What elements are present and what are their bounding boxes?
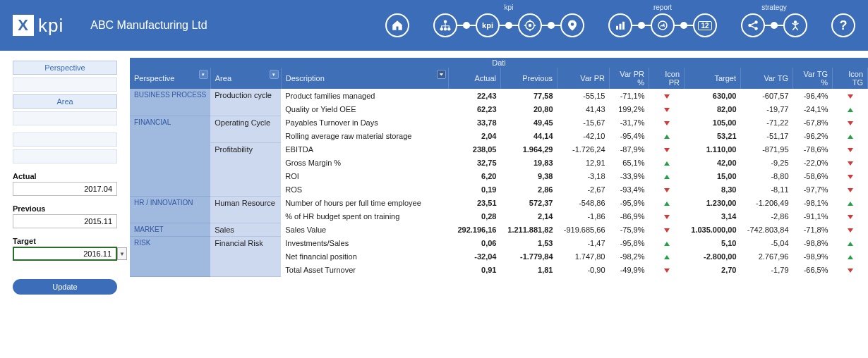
table-row: MARKETSalesSales Value292.196,161.211.88… xyxy=(130,223,868,236)
app-logo: X kpi xyxy=(13,15,64,37)
area-filter[interactable] xyxy=(13,111,117,125)
cell-var-pr: -1.726,24 xyxy=(557,142,610,156)
previous-label: Previous xyxy=(13,204,117,213)
cell-var-pr-pct: -95,4% xyxy=(610,129,649,142)
filter-icon[interactable]: ▾ xyxy=(270,70,279,79)
col-var-tg[interactable]: Var TG xyxy=(741,68,793,89)
nav-group-report: report 12 xyxy=(608,13,717,37)
col-perspective[interactable]: Perspective▾ xyxy=(130,68,210,89)
cell-var-tg: -71,22 xyxy=(741,116,793,129)
cell-var-pr-pct: -95,8% xyxy=(610,236,649,249)
cell-target: 15,00 xyxy=(685,169,741,183)
cell-description: Payables Turnover in Days xyxy=(281,116,448,129)
filter-icon[interactable]: ▾ xyxy=(199,70,208,79)
cell-target: -2.800,00 xyxy=(685,249,741,263)
header-bar: X kpi ABC Manufacturing Ltd kpi kpi r xyxy=(0,0,868,51)
svg-point-1 xyxy=(440,27,444,31)
dropdown-icon[interactable]: ▼ xyxy=(117,247,127,260)
target-button[interactable] xyxy=(518,13,542,37)
svg-point-3 xyxy=(447,27,451,31)
cell-area: Human Resource xyxy=(210,196,281,223)
svg-point-5 xyxy=(529,24,532,27)
cell-var-pr: -1,47 xyxy=(557,236,610,249)
cell-var-pr: 1.747,80 xyxy=(557,249,610,263)
calendar-button[interactable]: 12 xyxy=(693,13,717,37)
cell-area: Sales xyxy=(210,223,281,236)
share-button[interactable] xyxy=(741,13,765,37)
cell-previous: 9,38 xyxy=(501,169,557,183)
logo-text: kpi xyxy=(38,15,64,37)
cell-var-pr-pct: -93,4% xyxy=(610,183,649,196)
location-button[interactable] xyxy=(560,13,584,37)
cell-previous: 1,53 xyxy=(501,236,557,249)
col-area[interactable]: Area▾ xyxy=(210,68,281,89)
svg-point-15 xyxy=(794,20,797,24)
hierarchy-button[interactable] xyxy=(433,13,457,37)
cell-icon-tg xyxy=(833,156,868,169)
cell-icon-tg xyxy=(833,223,868,236)
cell-target: 8,30 xyxy=(685,183,741,196)
home-button[interactable] xyxy=(385,13,409,37)
person-button[interactable] xyxy=(783,13,807,37)
company-name: ABC Manufacturing Ltd xyxy=(90,19,207,32)
target-input[interactable]: 2016.11 ▼ xyxy=(13,247,117,261)
actual-input[interactable]: 2017.04 xyxy=(13,182,117,196)
cell-var-pr: 12,91 xyxy=(557,156,610,169)
cell-target: 1.035.000,00 xyxy=(685,223,741,236)
col-var-pr-pct[interactable]: Var PR % xyxy=(610,68,649,89)
extra-filter-1[interactable] xyxy=(13,132,117,147)
cell-perspective: FINANCIAL xyxy=(130,116,210,196)
cell-var-tg: -8,11 xyxy=(741,183,793,196)
cell-description: Quality or Yield OEE xyxy=(281,102,448,116)
arrow-up-icon xyxy=(848,108,853,112)
cell-var-tg: -9,25 xyxy=(741,156,793,169)
gauge-button[interactable] xyxy=(651,13,675,37)
chart-button[interactable] xyxy=(608,13,632,37)
cell-description: Net financial position xyxy=(281,249,448,263)
cell-target: 1.110,00 xyxy=(685,142,741,156)
col-icon-pr[interactable]: Icon PR xyxy=(649,68,685,89)
cell-area: Operating Cycle xyxy=(210,116,281,142)
table-header-row: Perspective▾ Area▾ Description⏷ Actual P… xyxy=(130,68,868,89)
svg-point-12 xyxy=(748,24,752,27)
table-row: BUSINESS PROCESSProduction cycleProduct … xyxy=(130,89,868,102)
arrow-down-icon xyxy=(848,161,853,166)
cell-var-tg: -1.206,49 xyxy=(741,196,793,209)
cell-icon-pr xyxy=(649,89,685,102)
nav-group-strategy: strategy xyxy=(741,13,807,37)
arrow-down-icon xyxy=(848,175,853,179)
data-table-wrap: Dati Perspective▾ Area▾ Description⏷ Act… xyxy=(130,58,868,295)
arrow-down-icon xyxy=(664,121,670,125)
filter-active-icon[interactable]: ⏷ xyxy=(437,70,446,79)
update-button[interactable]: Update xyxy=(13,279,117,295)
cell-icon-pr xyxy=(649,116,685,129)
cell-var-pr-pct: -98,2% xyxy=(610,249,649,263)
col-previous[interactable]: Previous xyxy=(501,68,557,89)
cell-var-pr-pct: 199,2% xyxy=(610,102,649,116)
cell-actual: 62,23 xyxy=(449,102,501,116)
cell-icon-tg xyxy=(833,89,868,102)
col-description[interactable]: Description⏷ xyxy=(281,68,448,89)
cell-target: 630,00 xyxy=(685,89,741,102)
col-var-pr[interactable]: Var PR xyxy=(557,68,610,89)
cell-var-tg: -51,17 xyxy=(741,129,793,142)
cell-perspective: BUSINESS PROCESS xyxy=(130,89,210,116)
arrow-up-icon xyxy=(848,242,853,246)
col-target[interactable]: Target xyxy=(685,68,741,89)
extra-filter-2[interactable] xyxy=(13,149,117,163)
arrow-down-icon xyxy=(664,215,670,219)
col-actual[interactable]: Actual xyxy=(449,68,501,89)
col-var-tg-pct[interactable]: Var TG % xyxy=(793,68,833,89)
perspective-filter[interactable] xyxy=(13,78,117,92)
arrow-down-icon xyxy=(664,188,670,192)
cell-previous: 2,86 xyxy=(501,183,557,196)
cell-target: 2,70 xyxy=(685,263,741,276)
help-button[interactable]: ? xyxy=(831,13,855,37)
cell-var-pr-pct: -87,9% xyxy=(610,142,649,156)
cell-icon-tg xyxy=(833,236,868,249)
cell-icon-pr xyxy=(649,249,685,263)
previous-input[interactable]: 2015.11 xyxy=(13,214,117,228)
kpi-button[interactable]: kpi xyxy=(476,13,500,37)
cell-target: 53,21 xyxy=(685,129,741,142)
col-icon-tg[interactable]: Icon TG xyxy=(833,68,868,89)
